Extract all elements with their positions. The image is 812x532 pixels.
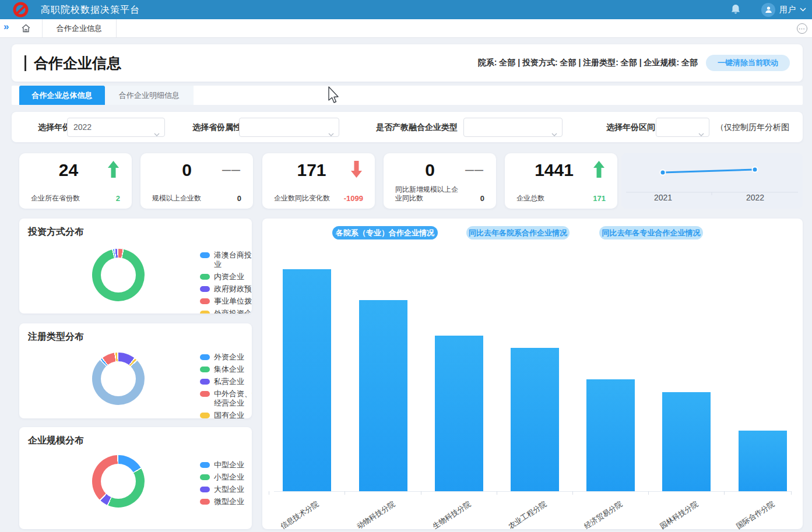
kpi-value: 1441	[535, 160, 574, 180]
legend-item-1[interactable]: 内资企业	[200, 272, 252, 281]
main-tab-strip: 合作企业总体信息 合作企业明细信息	[12, 86, 803, 105]
legend-item-3[interactable]: 微型企业	[200, 497, 252, 506]
legend-label: 中型企业	[214, 460, 252, 470]
legend-label: 外资企业	[214, 353, 252, 362]
legend-label: 中外合资、合作经营企业	[214, 389, 252, 408]
filter-label-1: 选择省份属性	[192, 112, 241, 142]
legend-label: 私营企业	[214, 377, 252, 386]
bar-经济贸易分院[interactable]	[586, 379, 635, 491]
page-header-card: 合作企业信息 院系: 全部 | 投资方式: 全部 | 注册类型: 全部 | 企业…	[12, 44, 803, 82]
app-title: 高职院校数据决策平台	[41, 0, 140, 19]
x-axis-tick	[497, 491, 497, 495]
home-icon[interactable]	[21, 23, 31, 33]
legend-item-1[interactable]: 小型企业	[200, 473, 252, 482]
legend-swatch	[200, 462, 210, 468]
legend-item-0[interactable]: 外资企业	[200, 353, 252, 362]
trend-up-icon	[592, 161, 606, 180]
legend-item-2[interactable]: 私营企业	[200, 377, 252, 386]
bell-icon[interactable]	[730, 3, 741, 15]
x-axis-label: 动物科技分院	[355, 499, 397, 531]
x-axis-label: 国际合作分院	[734, 499, 776, 531]
kpi-card-2: 171企业数同比变化数-1099	[262, 153, 375, 209]
legend-item-2[interactable]: 政府财政预算	[200, 284, 252, 294]
kpi-label: 同比新增规模以上企业同比数	[395, 185, 464, 203]
filter-note: （仅控制历年分析图表）	[716, 112, 803, 142]
kpi-delta: 2	[116, 194, 120, 203]
legend-label: 小型企业	[214, 473, 252, 482]
legend-item-3[interactable]: 中外合资、合作经营企业	[200, 389, 252, 408]
filter-select-1[interactable]	[239, 118, 339, 137]
select-caret-icon	[328, 125, 334, 129]
clear-linkage-button[interactable]: 一键清除当前联动	[706, 55, 790, 71]
kpi-bottom-row: 企业数同比变化数-1099	[274, 194, 363, 203]
kpi-delta: -1099	[344, 194, 363, 203]
page-title: 合作企业信息	[34, 54, 121, 73]
donut-chart-register_type[interactable]	[92, 353, 145, 405]
x-axis-line	[274, 491, 791, 492]
x-axis-tick	[345, 491, 345, 495]
filter-select-0[interactable]: 2022	[67, 118, 165, 137]
donut-chart-enterprise_scale[interactable]	[92, 455, 145, 508]
x-axis-tick	[648, 491, 649, 495]
dept-bar-chart-card: 各院系（专业）合作企业情况 同比去年各院系合作企业情况 同比去年各专业合作企业情…	[262, 219, 803, 529]
tab-detail-info[interactable]: 合作企业明细信息	[105, 86, 194, 105]
x-axis-label: 园林科技分院	[658, 499, 700, 531]
filter-label-0: 选择年份	[38, 112, 71, 142]
x-axis-label: 经济贸易分院	[582, 499, 624, 531]
kpi-value: 0	[182, 160, 192, 180]
bar-信息技术分院[interactable]	[283, 269, 331, 491]
bar-农业工程分院[interactable]	[511, 348, 559, 491]
legend-item-4[interactable]: 外商投资企业	[200, 309, 252, 313]
kpi-top-row: 24	[31, 160, 120, 180]
filter-label-2: 是否产教融合企业类型	[376, 112, 458, 142]
legend-label: 港澳台商投资企业	[214, 251, 252, 269]
open-tab-cooperative-enterprise[interactable]: 合作企业信息	[42, 19, 117, 37]
sidebar-expand-icon[interactable]: »	[3, 21, 9, 33]
filter-card: （仅控制历年分析图表） 选择年份2022选择省份属性是否产教融合企业类型选择年份…	[12, 112, 803, 142]
kpi-delta: 171	[593, 194, 606, 203]
x-axis-label: 信息技术分院	[279, 499, 321, 531]
pie-card-enterprise_scale: 企业规模分布中型企业小型企业大型企业微型企业	[19, 427, 252, 529]
tab-options-icon[interactable]: ⋯	[797, 23, 807, 34]
kpi-top-row: 171	[274, 160, 363, 180]
filter-label-3: 选择年份区间	[606, 112, 655, 142]
legend-item-3[interactable]: 事业单位拨款	[200, 297, 252, 306]
kpi-card-3: 0——同比新增规模以上企业同比数0	[384, 153, 496, 209]
pie-title: 投资方式分布	[28, 226, 84, 238]
bar-动物科技分院[interactable]	[359, 300, 407, 491]
kpi-bottom-row: 企业所在省份数2	[31, 194, 120, 203]
tab-overall-info[interactable]: 合作企业总体信息	[19, 86, 105, 105]
legend-swatch	[200, 487, 210, 492]
kpi-label: 企业总数	[516, 194, 544, 203]
bar-国际合作分院[interactable]	[739, 431, 787, 491]
bar-园林科技分院[interactable]	[662, 392, 711, 491]
filter-select-3[interactable]	[656, 118, 709, 137]
filter-select-2[interactable]	[463, 118, 563, 137]
donut-chart-investment_type[interactable]	[92, 249, 145, 301]
kpi-bottom-row: 同比新增规模以上企业同比数0	[395, 185, 484, 203]
legend-swatch	[200, 286, 210, 292]
legend-item-4[interactable]: 国有企业	[200, 411, 252, 418]
kpi-card-1: 0——规模以上企业数0	[140, 153, 253, 209]
legend-item-0[interactable]: 港澳台商投资企业	[200, 251, 252, 269]
pie-title: 企业规模分布	[28, 435, 84, 447]
legend-item-0[interactable]: 中型企业	[200, 460, 252, 470]
kpi-value: 24	[59, 160, 78, 180]
bar-生物科技分院[interactable]	[435, 336, 483, 491]
trend-x-label-2022: 2022	[746, 193, 764, 202]
legend-label: 政府财政预算	[214, 284, 252, 294]
yearly-trend-chart[interactable]: 2021 2022	[621, 153, 803, 209]
legend-item-2[interactable]: 大型企业	[200, 485, 252, 494]
legend-label: 集体企业	[214, 365, 252, 374]
chevron-down-icon	[800, 8, 806, 12]
pie-card-register_type: 注册类型分布外资企业集体企业私营企业中外合资、合作经营企业国有企业	[19, 323, 252, 418]
legend-swatch	[200, 413, 210, 418]
legend-item-1[interactable]: 集体企业	[200, 365, 252, 374]
pie-legend: 中型企业小型企业大型企业微型企业	[200, 460, 252, 509]
user-menu[interactable]: 用户	[761, 2, 806, 17]
kpi-top-row: 0——	[395, 160, 484, 180]
x-axis-tick	[269, 491, 269, 495]
x-axis-label: 生物科技分院	[431, 499, 473, 531]
trend-up-icon	[106, 161, 120, 180]
title-accent-bar	[24, 55, 26, 71]
